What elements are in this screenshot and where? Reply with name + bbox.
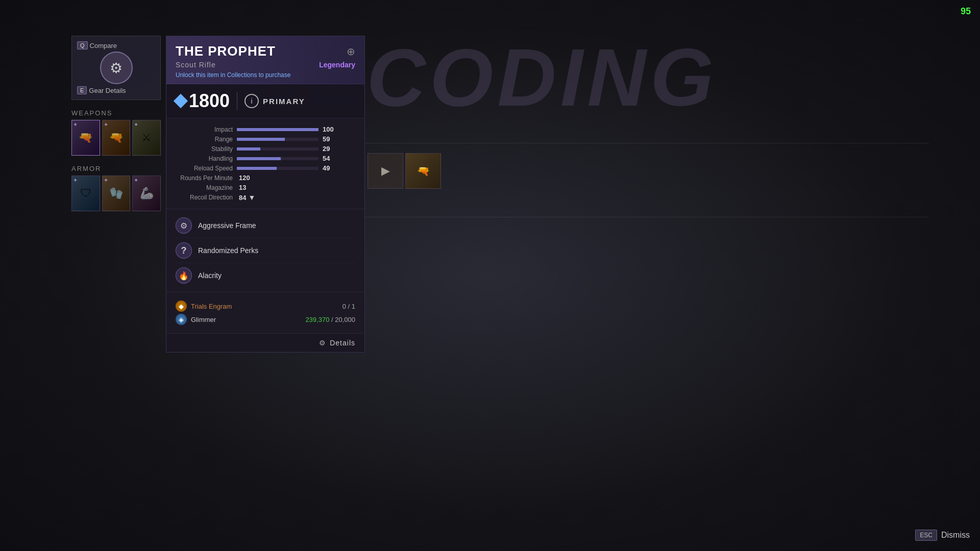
right-weapon-slot-1[interactable]: ▶ — [368, 153, 403, 189]
nav-icon: ⊕ — [347, 45, 355, 58]
armor-row: ✦ 🛡 ✦ 🧤 ✦ 🦾 — [71, 176, 161, 211]
stat-bar-reload — [237, 167, 318, 170]
dismiss-button[interactable]: ESC Dismiss — [915, 530, 970, 541]
armor-slot-2[interactable]: ✦ 🧤 — [102, 176, 131, 211]
stat-name-recoil: Recoil Direction — [176, 194, 237, 201]
perk-name-aggressive: Aggressive Frame — [198, 221, 256, 230]
currency-left-glimmer: ◈ Glimmer — [176, 314, 216, 325]
slot-label: PRIMARY — [263, 97, 305, 106]
weapon-icon-3: ⚔ — [141, 131, 152, 144]
right-weapon-icon-1: ▶ — [381, 164, 390, 178]
power-diamond-icon — [174, 94, 188, 108]
power-block: 1800 — [176, 90, 230, 112]
glimmer-divider: / 20,000 — [331, 316, 355, 323]
stat-row-recoil: Recoil Direction 84 ▼ — [176, 193, 355, 202]
stat-row-rpm: Rounds Per Minute 120 — [176, 174, 355, 182]
stat-row-magazine: Magazine 13 — [176, 184, 355, 191]
stat-bar-impact — [237, 128, 318, 131]
armor-slot-3[interactable]: ✦ 🦾 — [132, 176, 161, 211]
trials-amount: 0 / 1 — [342, 303, 355, 310]
stat-val-reload: 49 — [323, 164, 330, 172]
purchase-section: ◆ Trials Engram 0 / 1 ◈ Glimmer 239,370 … — [166, 292, 364, 334]
dismiss-key[interactable]: ESC — [915, 530, 937, 541]
perk-row-alacrity[interactable]: 🔥 Alacrity — [176, 263, 355, 288]
currency-left-trials: ◆ Trials Engram — [176, 300, 232, 312]
stat-name-impact: Impact — [176, 126, 237, 133]
perk-name-randomized: Randomized Perks — [198, 246, 258, 255]
item-panel: THE PROPHET ⊕ Scout Rifle Legendary Unlo… — [166, 36, 365, 353]
perk-icon-randomized: ? — [176, 242, 192, 259]
item-rarity: Legendary — [319, 61, 355, 69]
armor-slot-1[interactable]: ✦ 🛡 — [71, 176, 100, 211]
stat-val-handling: 54 — [323, 155, 330, 162]
stat-val-magazine: 13 — [239, 184, 246, 191]
stat-name-rpm: Rounds Per Minute — [176, 174, 237, 182]
power-number: 1800 — [189, 90, 230, 112]
perk-name-alacrity: Alacrity — [198, 271, 222, 280]
glimmer-label: Glimmer — [191, 316, 216, 323]
stat-val-range: 59 — [323, 135, 330, 143]
perk-row-aggressive[interactable]: ⚙ Aggressive Frame — [176, 213, 355, 238]
stat-bar-handling — [237, 157, 318, 160]
weapon-corner-icon-1: ✦ — [73, 121, 78, 128]
item-unlock-message: Unlock this item in Collections to purch… — [176, 71, 355, 79]
gear-icon-circle: ⚙ — [100, 52, 133, 84]
gear-details-box[interactable]: Q Compare ⚙ E Gear Details — [71, 36, 161, 100]
details-button[interactable]: ⚙ Details — [166, 334, 364, 352]
dismiss-label: Dismiss — [941, 531, 970, 540]
purchase-row-glimmer: ◈ Glimmer 239,370 / 20,000 — [176, 314, 355, 325]
stat-row-handling: Handling 54 — [176, 155, 355, 162]
stat-name-stability: Stability — [176, 145, 237, 153]
weapon-slot-3[interactable]: ✦ ⚔ — [132, 120, 161, 156]
shortcut-list-2: E Gear Details — [77, 86, 155, 94]
armor-corner-icon-1: ✦ — [73, 177, 78, 184]
weapons-section-label: WEAPONS — [71, 109, 161, 117]
armor-icon-1: 🛡 — [80, 187, 91, 200]
stat-bar-fill-stability — [237, 147, 260, 151]
right-weapons-row: ▶ 🔫 — [368, 153, 441, 189]
armor-corner-icon-2: ✦ — [104, 177, 108, 184]
power-slot-row: 1800 i PRIMARY — [166, 84, 364, 118]
gear-key: E — [77, 86, 87, 94]
purchase-row-trials: ◆ Trials Engram 0 / 1 — [176, 300, 355, 312]
stat-row-impact: Impact 100 — [176, 126, 355, 133]
stat-val-stability: 29 — [323, 145, 330, 153]
armor-icon-3: 🦾 — [140, 187, 154, 200]
perk-icon-alacrity: 🔥 — [176, 267, 192, 284]
stat-val-rpm: 120 — [239, 174, 250, 182]
compare-label: Compare — [90, 42, 117, 49]
slot-icon-symbol: i — [251, 97, 253, 105]
perk-row-randomized[interactable]: ? Randomized Perks — [176, 238, 355, 263]
armor-corner-icon-3: ✦ — [134, 177, 138, 184]
weapon-corner-icon-2: ✦ — [104, 121, 108, 128]
right-weapon-slot-2[interactable]: 🔫 — [405, 153, 441, 189]
right-weapon-icon-2: 🔫 — [417, 165, 430, 177]
slot-block: i PRIMARY — [244, 94, 305, 108]
details-label: Details — [330, 339, 355, 347]
compare-key: Q — [77, 41, 88, 49]
stat-bar-fill-range — [237, 138, 285, 141]
nav-arrows: ⊕ — [347, 45, 355, 58]
sidebar: Q Compare ⚙ E Gear Details WEAPONS ✦ 🔫 ✦… — [71, 36, 161, 211]
stat-row-stability: Stability 29 — [176, 145, 355, 153]
stat-bar-fill-impact — [237, 128, 318, 131]
weapon-icon-2: 🔫 — [109, 131, 123, 144]
stat-row-reload: Reload Speed 49 — [176, 164, 355, 172]
weapon-icon-1: 🔫 — [79, 131, 92, 144]
compare-shortcut: Q Compare — [77, 41, 155, 49]
stat-bar-fill-reload — [237, 167, 277, 170]
perk-icon-aggressive: ⚙ — [176, 217, 192, 234]
weapon-corner-icon-3: ✦ — [134, 121, 138, 128]
armor-section-label: ARMOR — [71, 165, 161, 172]
perks-section: ⚙ Aggressive Frame ? Randomized Perks 🔥 … — [166, 209, 364, 292]
weapon-slot-1[interactable]: ✦ 🔫 — [71, 120, 100, 156]
weapon-slot-2[interactable]: ✦ 🔫 — [102, 120, 131, 156]
recoil-indicator-icon: ▼ — [248, 193, 255, 202]
gear-details-shortcut: E Gear Details — [77, 86, 155, 94]
stat-row-range: Range 59 — [176, 135, 355, 143]
player-level: 95 — [961, 6, 971, 17]
item-header: THE PROPHET ⊕ Scout Rifle Legendary Unlo… — [166, 36, 364, 84]
stat-name-reload: Reload Speed — [176, 165, 237, 172]
item-type: Scout Rifle — [176, 61, 216, 69]
stat-name-magazine: Magazine — [176, 184, 237, 191]
